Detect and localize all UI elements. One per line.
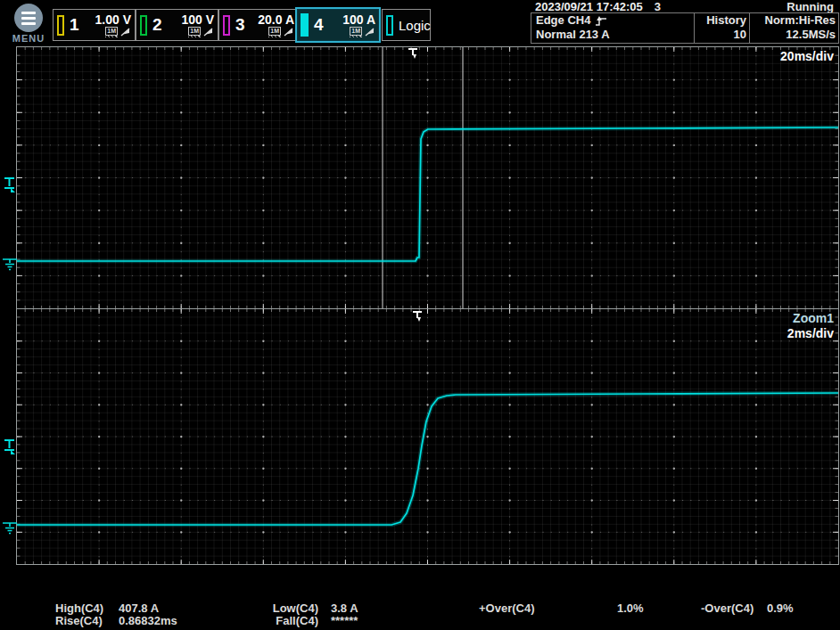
run-state: Running — [786, 0, 834, 13]
main-waveform-window[interactable] — [16, 46, 839, 309]
rising-edge-icon — [595, 15, 607, 27]
measure-rise-value: 0.86832ms — [119, 615, 177, 627]
channel-3-number: 3 — [235, 15, 245, 35]
measure-low-label: Low(C4) — [257, 602, 318, 615]
status-strip: Edge CH4 Normal 213 A History 10 Norm:Hi… — [531, 12, 839, 44]
measure-nover-label: -Over(C4) — [701, 602, 754, 615]
menu-button[interactable]: MENU — [7, 2, 50, 44]
logic-label: Logic — [399, 18, 431, 33]
channel-3-color-bracket — [223, 15, 230, 36]
history-cell[interactable]: History 10 — [694, 13, 749, 43]
probe-icon — [203, 27, 214, 37]
channel-4-scale: 100 A — [342, 12, 375, 27]
trigger-info-cell[interactable]: Edge CH4 Normal 213 A — [531, 13, 694, 43]
probe-icon — [120, 27, 131, 37]
history-value: 10 — [697, 28, 746, 42]
trigger-position-marker-icon[interactable] — [411, 310, 424, 323]
hamburger-menu-icon — [14, 4, 43, 32]
impedance-1M-icon: 1M — [188, 27, 201, 36]
channel-1-scale: 1.00 V — [95, 12, 131, 27]
impedance-1M-icon: 1M — [350, 27, 362, 36]
measure-pover-label: +Over(C4) — [479, 602, 535, 615]
channel-2-number: 2 — [152, 15, 162, 35]
channel-4-number: 4 — [314, 15, 324, 35]
history-label: History — [697, 13, 746, 28]
oscilloscope-screen: MENU 1 1.00 V 1M 2 100 V 1M 3 20.0 A — [0, 0, 840, 630]
channel-4-color-bracket — [301, 13, 309, 37]
measure-high-label: High(C4) — [55, 602, 103, 615]
channel-1-number: 1 — [70, 15, 79, 35]
measure-nover-value: 0.9% — [767, 602, 794, 615]
logic-box[interactable]: Logic — [382, 9, 431, 41]
zoom-waveform-window[interactable] — [16, 308, 839, 565]
channel-1-box[interactable]: 1 1.00 V 1M — [53, 9, 136, 41]
acquisition-count: 3 — [615, 0, 661, 13]
zoom-graticule — [17, 309, 838, 564]
logic-color-bracket — [386, 15, 393, 36]
ground-level-marker-icon[interactable] — [2, 521, 18, 535]
menu-label: MENU — [7, 33, 50, 44]
probe-icon — [365, 27, 375, 37]
acq-mode: Norm:Hi-Res — [753, 13, 836, 28]
measure-fall-label: Fall(C4) — [257, 615, 318, 627]
measure-high-value: 407.8 A — [119, 602, 159, 615]
measure-low-value: 3.8 A — [331, 602, 358, 615]
channel-3-scale: 20.0 A — [258, 12, 294, 27]
measure-fall-value: ****** — [331, 615, 358, 627]
acquisition-cell[interactable]: Norm:Hi-Res 12.5MS/s — [749, 13, 838, 43]
ground-level-marker-icon[interactable] — [2, 258, 18, 271]
trigger-level-marker-icon[interactable] — [3, 438, 17, 455]
trigger-source: Edge CH4 — [536, 13, 590, 28]
channel-4-box-active[interactable]: 4 100 A 1M — [295, 7, 381, 43]
channel-3-box[interactable]: 3 20.0 A 1M — [218, 9, 299, 41]
zoom-window-name: Zoom1 — [793, 311, 834, 325]
measure-rise-label: Rise(C4) — [55, 615, 103, 627]
zoom-timebase: 2ms/div — [787, 326, 834, 340]
trigger-position-marker-icon[interactable] — [407, 47, 420, 61]
measure-pover-value: 1.0% — [617, 602, 644, 615]
trigger-setting: Normal 213 A — [536, 28, 691, 42]
channel-2-scale: 100 V — [181, 12, 214, 27]
channel-2-color-bracket — [140, 15, 147, 36]
channel-1-color-bracket — [57, 15, 64, 36]
probe-icon — [284, 27, 294, 37]
channel-2-box[interactable]: 2 100 V 1M — [136, 9, 218, 41]
sample-rate: 12.5MS/s — [753, 28, 836, 42]
impedance-1M-icon: 1M — [105, 27, 118, 36]
trigger-level-marker-icon[interactable] — [3, 176, 17, 193]
main-timebase: 20ms/div — [780, 49, 834, 63]
main-graticule — [17, 47, 838, 308]
impedance-1M-icon: 1M — [268, 27, 281, 36]
